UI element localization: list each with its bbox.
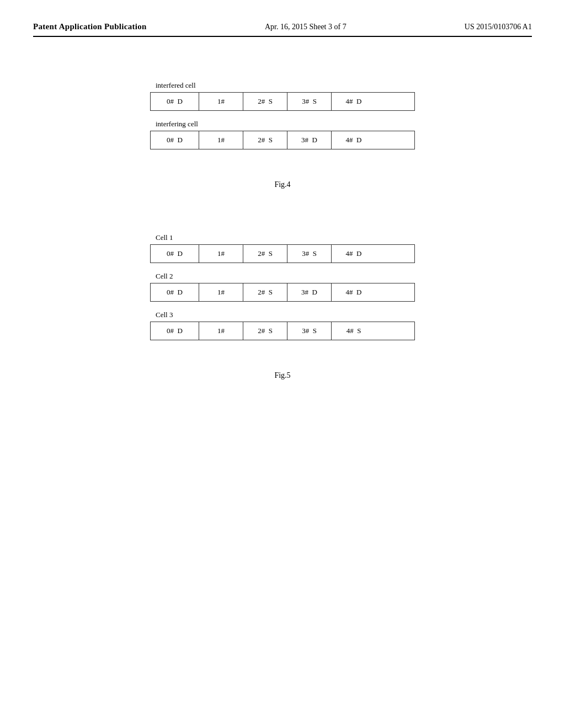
interfered-cell-block: interfered cell 0# D 1# 2# S 3# S 4# D — [150, 81, 415, 111]
cell1-1: 1# — [199, 245, 243, 263]
cell3-0: 0# D — [151, 322, 199, 340]
main-content: interfered cell 0# D 1# 2# S 3# S 4# D i… — [33, 70, 532, 380]
cell1-block: Cell 1 0# D 1# 2# S 3# S 4# D — [150, 233, 415, 263]
interfering-cell-1: 1# — [199, 131, 243, 149]
cell2-label: Cell 2 — [156, 272, 415, 281]
interfered-cell-3: 3# S — [287, 93, 332, 110]
cell2-1: 1# — [199, 283, 243, 301]
header-patent-number: US 2015/0103706 A1 — [465, 23, 532, 31]
cell3-1: 1# — [199, 322, 243, 340]
page: Patent Application Publication Apr. 16, … — [0, 0, 565, 728]
interfering-cell-0: 0# D — [151, 131, 199, 149]
cell2-row: 0# D 1# 2# S 3# D 4# D — [150, 283, 415, 302]
cell3-row: 0# D 1# 2# S 3# S 4# S — [150, 322, 415, 340]
cell1-3: 3# S — [287, 245, 332, 263]
cell2-2: 2# S — [243, 283, 287, 301]
fig5-diagrams: Cell 1 0# D 1# 2# S 3# S 4# D Cell 2 0# … — [150, 233, 415, 349]
fig4-diagrams: interfered cell 0# D 1# 2# S 3# S 4# D i… — [150, 81, 415, 158]
interfered-cell-2: 2# S — [243, 93, 287, 110]
cell2-block: Cell 2 0# D 1# 2# S 3# D 4# D — [150, 272, 415, 302]
interfered-cell-label: interfered cell — [156, 81, 415, 90]
cell3-block: Cell 3 0# D 1# 2# S 3# S 4# S — [150, 311, 415, 340]
cell1-label: Cell 1 — [156, 233, 415, 242]
page-header: Patent Application Publication Apr. 16, … — [33, 22, 532, 37]
cell3-label: Cell 3 — [156, 311, 415, 319]
cell3-4: 4# S — [332, 322, 376, 340]
interfered-cell-4: 4# D — [332, 93, 376, 110]
cell1-4: 4# D — [332, 245, 376, 263]
figure-4-section: interfered cell 0# D 1# 2# S 3# S 4# D i… — [33, 81, 532, 189]
header-publication-label: Patent Application Publication — [33, 22, 147, 31]
interfered-cell-1: 1# — [199, 93, 243, 110]
fig4-caption: Fig.4 — [274, 180, 290, 189]
cell2-4: 4# D — [332, 283, 376, 301]
interfering-cell-3: 3# D — [287, 131, 332, 149]
interfered-cell-row: 0# D 1# 2# S 3# S 4# D — [150, 92, 415, 111]
cell1-0: 0# D — [151, 245, 199, 263]
cell2-0: 0# D — [151, 283, 199, 301]
cell1-2: 2# S — [243, 245, 287, 263]
cell1-row: 0# D 1# 2# S 3# S 4# D — [150, 244, 415, 263]
cell3-3: 3# S — [287, 322, 332, 340]
interfered-cell-0: 0# D — [151, 93, 199, 110]
figure-5-section: Cell 1 0# D 1# 2# S 3# S 4# D Cell 2 0# … — [33, 233, 532, 380]
interfering-cell-2: 2# S — [243, 131, 287, 149]
cell3-2: 2# S — [243, 322, 287, 340]
interfering-cell-4: 4# D — [332, 131, 376, 149]
interfering-cell-block: interfering cell 0# D 1# 2# S 3# D 4# D — [150, 120, 415, 149]
cell2-3: 3# D — [287, 283, 332, 301]
fig5-caption: Fig.5 — [274, 371, 290, 380]
interfering-cell-row: 0# D 1# 2# S 3# D 4# D — [150, 131, 415, 149]
header-date-sheet: Apr. 16, 2015 Sheet 3 of 7 — [265, 23, 347, 31]
interfering-cell-label: interfering cell — [156, 120, 415, 129]
